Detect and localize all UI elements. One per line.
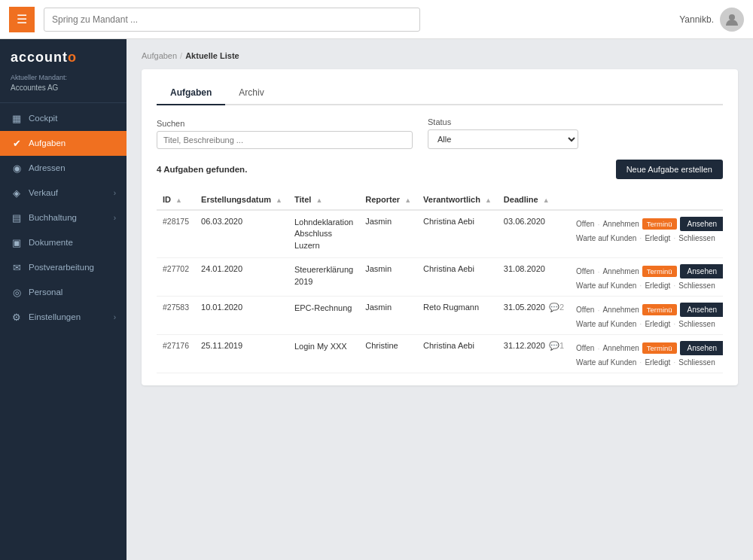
table-row: #27702 24.01.2020 Steuererklärung 2019 J… bbox=[157, 258, 723, 297]
mandant-info: Aktueller Mandant: Accountes AG bbox=[0, 70, 127, 102]
main-content: Aufgaben / Aktuelle Liste Aufgaben Archi… bbox=[127, 39, 753, 560]
cell-date: 24.01.2020 bbox=[195, 258, 288, 297]
new-task-button[interactable]: Neue Aufgabe erstellen bbox=[616, 160, 723, 179]
cell-reporter: Jasmin bbox=[359, 258, 417, 297]
sidebar-item-label: Verkauf bbox=[29, 188, 58, 197]
action-row-2: Warte auf Kunden · Erledigt · Schliessen bbox=[576, 281, 723, 290]
col-id: ID ▲ bbox=[157, 190, 195, 210]
cell-actions: Offen · Annehmen Terminü Ansehen Warte a… bbox=[570, 335, 723, 373]
topbar-right: Yannikb. bbox=[679, 8, 744, 32]
sort-icon: ▲ bbox=[485, 196, 492, 204]
status-link-annehmen[interactable]: Annehmen bbox=[602, 267, 639, 275]
col-deadline: Deadline ▲ bbox=[498, 190, 570, 210]
sidebar-item-label: Personal bbox=[29, 288, 62, 297]
status-link-warte[interactable]: Warte auf Kunden bbox=[576, 320, 636, 328]
sidebar-item-label: Buchhaltung bbox=[29, 213, 77, 222]
sidebar-item-label: Einstellungen bbox=[29, 312, 81, 321]
sidebar-item-cockpit[interactable]: ▦ Cockpit bbox=[0, 106, 127, 131]
action-row-1: Offen · Annehmen Terminü Ansehen bbox=[576, 303, 723, 317]
comment-icon: 💬2 bbox=[549, 303, 564, 312]
cell-deadline: 31.12.2020 💬1 bbox=[498, 335, 570, 373]
status-link-warte[interactable]: Warte auf Kunden bbox=[576, 358, 636, 367]
action-row-1: Offen · Annehmen Terminü Ansehen bbox=[576, 341, 723, 355]
status-link-offen[interactable]: Offen bbox=[576, 344, 594, 352]
cell-id: #27176 bbox=[157, 335, 195, 373]
sidebar-item-label: Aufgaben bbox=[29, 138, 66, 148]
col-title: Titel ▲ bbox=[288, 190, 359, 210]
tabs: Aufgaben Archiv bbox=[157, 81, 723, 105]
status-link-warte[interactable]: Warte auf Kunden bbox=[576, 282, 636, 290]
table-row: #27176 25.11.2019 Login My XXX Christine… bbox=[157, 335, 723, 373]
sidebar-item-verkauf[interactable]: ◈ Verkauf › bbox=[0, 181, 127, 205]
cell-reporter: Jasmin bbox=[359, 210, 417, 258]
cell-id: #27702 bbox=[157, 258, 195, 297]
cell-responsible: Reto Rugmann bbox=[417, 297, 498, 335]
sidebar-item-dokumente[interactable]: ▣ Dokumente bbox=[0, 230, 127, 255]
sort-icon: ▲ bbox=[404, 196, 411, 204]
search-filter-group: Suchen bbox=[157, 119, 413, 149]
cell-date: 25.11.2019 bbox=[195, 335, 288, 373]
ansehen-button[interactable]: Ansehen bbox=[680, 264, 723, 278]
task-table-wrap: ID ▲ Erstellungsdatum ▲ Titel ▲ Reporter… bbox=[157, 190, 723, 373]
action-row-1: Offen · Annehmen Terminü Ansehen bbox=[576, 264, 723, 278]
status-link-schliessen[interactable]: Schliessen bbox=[678, 320, 715, 328]
status-link-offen[interactable]: Offen bbox=[576, 267, 594, 275]
global-search-input[interactable] bbox=[44, 8, 420, 32]
status-link-warte[interactable]: Warte auf Kunden bbox=[576, 234, 636, 242]
col-responsible: Verantwortlich ▲ bbox=[417, 190, 498, 210]
sort-icon: ▲ bbox=[316, 196, 322, 204]
cell-title: Steuererklärung 2019 bbox=[288, 258, 359, 297]
status-filter-group: Status Alle Offen Erledigt Geschlossen bbox=[428, 117, 578, 149]
ansehen-button[interactable]: Ansehen bbox=[680, 341, 723, 355]
cell-title: Login My XXX bbox=[288, 335, 359, 373]
mandant-label: Aktueller Mandant: bbox=[11, 73, 116, 83]
action-row-2: Warte auf Kunden · Erledigt · Schliessen bbox=[576, 319, 723, 328]
status-link-schliessen[interactable]: Schliessen bbox=[678, 234, 715, 242]
status-link-annehmen[interactable]: Annehmen bbox=[602, 344, 639, 352]
sort-icon: ▲ bbox=[276, 196, 282, 204]
search-label: Suchen bbox=[157, 119, 413, 128]
status-link-offen[interactable]: Offen bbox=[576, 220, 594, 228]
results-bar: 4 Aufgaben gefunden. Neue Aufgabe erstel… bbox=[157, 160, 723, 179]
tab-aufgaben[interactable]: Aufgaben bbox=[157, 81, 225, 105]
col-date: Erstellungsdatum ▲ bbox=[195, 190, 288, 210]
topbar: ☰ Yannikb. bbox=[0, 0, 753, 39]
sidebar-item-buchhaltung[interactable]: ▤ Buchhaltung › bbox=[0, 205, 127, 230]
sidebar-item-aufgaben[interactable]: ✔ Aufgaben bbox=[0, 131, 127, 156]
sidebar-divider bbox=[0, 102, 127, 103]
status-link-annehmen[interactable]: Annehmen bbox=[602, 220, 639, 228]
termin-badge: Terminü bbox=[642, 304, 677, 315]
status-select[interactable]: Alle Offen Erledigt Geschlossen bbox=[428, 129, 578, 149]
status-link-offen[interactable]: Offen bbox=[576, 306, 594, 314]
personal-icon: ◎ bbox=[11, 287, 23, 298]
dokumente-icon: ▣ bbox=[11, 237, 23, 248]
chevron-right-icon: › bbox=[114, 189, 116, 197]
avatar[interactable] bbox=[720, 8, 744, 32]
tab-archiv[interactable]: Archiv bbox=[225, 81, 277, 105]
sidebar-item-personal[interactable]: ◎ Personal bbox=[0, 280, 127, 305]
status-link-schliessen[interactable]: Schliessen bbox=[678, 282, 715, 290]
sidebar: accounto Aktueller Mandant: Accountes AG… bbox=[0, 39, 127, 560]
sidebar-item-postverarbeitung[interactable]: ✉ Postverarbeitung bbox=[0, 255, 127, 280]
status-link-erledigt[interactable]: Erledigt bbox=[645, 234, 670, 242]
task-search-input[interactable] bbox=[157, 131, 413, 149]
menu-button[interactable]: ☰ bbox=[9, 7, 35, 32]
status-link-schliessen[interactable]: Schliessen bbox=[678, 358, 715, 367]
breadcrumb-parent[interactable]: Aufgaben bbox=[142, 51, 177, 60]
status-link-erledigt[interactable]: Erledigt bbox=[645, 320, 670, 328]
sidebar-item-label: Dokumente bbox=[29, 238, 73, 247]
adressen-icon: ◉ bbox=[11, 163, 23, 174]
status-link-annehmen[interactable]: Annehmen bbox=[602, 306, 639, 314]
action-row-1: Offen · Annehmen Terminü Ansehen bbox=[576, 217, 723, 231]
sidebar-item-adressen[interactable]: ◉ Adressen bbox=[0, 156, 127, 181]
cell-deadline: 31.05.2020 💬2 bbox=[498, 297, 570, 335]
col-actions bbox=[570, 190, 723, 210]
cell-date: 10.01.2020 bbox=[195, 297, 288, 335]
ansehen-button[interactable]: Ansehen bbox=[680, 217, 723, 231]
status-link-erledigt[interactable]: Erledigt bbox=[645, 282, 670, 290]
sidebar-item-einstellungen[interactable]: ⚙ Einstellungen › bbox=[0, 305, 127, 330]
cell-responsible: Christina Aebi bbox=[417, 258, 498, 297]
logo: accounto bbox=[0, 39, 127, 70]
status-link-erledigt[interactable]: Erledigt bbox=[645, 358, 670, 367]
ansehen-button[interactable]: Ansehen bbox=[680, 303, 723, 317]
